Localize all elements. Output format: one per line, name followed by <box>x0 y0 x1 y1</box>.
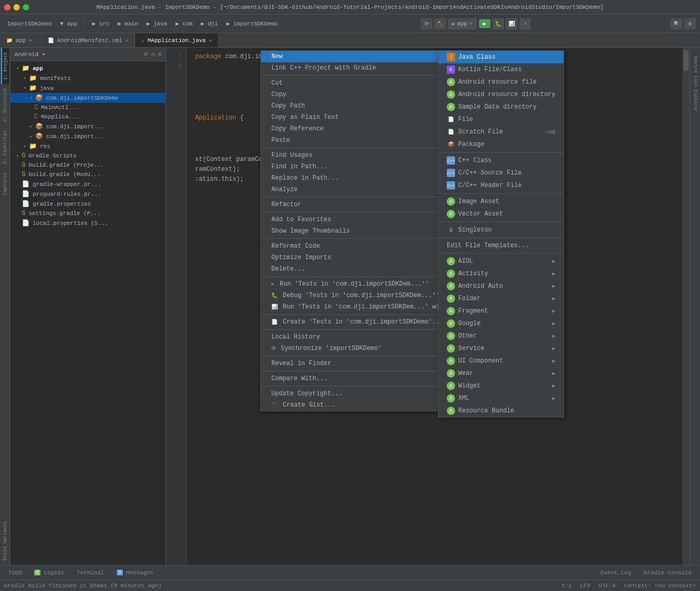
bottom-tab-todo[interactable]: TODO <box>4 569 26 577</box>
submenu-scratch[interactable]: 📄 Scratch File ⇧⌘N <box>438 126 564 138</box>
toolbar-app[interactable]: ▼ app <box>57 20 80 28</box>
submenu-cpp-header[interactable]: C++ C/C++ Header File <box>438 179 564 192</box>
tree-label-proguard: proguard-rules.pr... <box>33 191 101 197</box>
submenu-singleton[interactable]: S Singleton <box>438 224 564 236</box>
submenu-sample-data[interactable]: A Sample Data directory <box>438 101 564 113</box>
tree-item-package-main[interactable]: ▾ 📦 com.dji.importSDKDemo <box>10 93 166 103</box>
submenu-activity[interactable]: A Activity ▶ <box>438 267 564 280</box>
submenu-resource-bundle[interactable]: A Resource Bundle <box>438 405 564 417</box>
tree-settings[interactable]: ⚙ <box>158 51 161 58</box>
tree-item-local[interactable]: 📄 local.properties (S... <box>10 218 166 228</box>
submenu-label-singleton: Singleton <box>458 226 492 234</box>
bottom-tab-messages[interactable]: 0 Messages <box>113 569 158 577</box>
bottom-tab-gradle-console[interactable]: Gradle Console <box>640 569 696 577</box>
tree-item-settings[interactable]: G settings.gradle (P... <box>10 209 166 218</box>
search-btn[interactable]: 🔍 <box>671 18 682 30</box>
submenu-ard-left: A Android resource directory <box>447 90 555 99</box>
submenu-ui-component[interactable]: A UI Component ▶ <box>438 355 564 367</box>
menu-item-new-left: New <box>271 53 283 60</box>
right-panel-device-explorer[interactable]: Device File Explorer <box>692 52 699 116</box>
toolbar-dji[interactable]: ▶ dji <box>198 19 221 28</box>
toolbar-project[interactable]: ImportSDKDemo <box>4 20 55 28</box>
tree-item-manifests[interactable]: ▸ 📁 manifests <box>10 73 166 83</box>
coverage-btn[interactable]: 📊 <box>506 18 517 30</box>
submenu-wear[interactable]: A Wear ▶ <box>438 367 564 380</box>
submenu-xml[interactable]: A XML ▶ <box>438 392 564 405</box>
submenu-label-edit-templates: Edit File Templates... <box>447 242 529 249</box>
menu-item-paste-left: Paste <box>271 137 290 144</box>
tab-app-close[interactable]: ✕ <box>29 37 32 44</box>
tree-sync[interactable]: ⟳ <box>144 51 148 58</box>
submenu-vector-asset[interactable]: A Vector Asset <box>438 208 564 220</box>
tree-item-res[interactable]: ▸ 📁 res <box>10 141 166 151</box>
bottom-tab-logcat[interactable]: 6 Logcat <box>30 569 68 577</box>
run-button[interactable]: ▶ <box>479 19 491 28</box>
panel-favorites[interactable]: Z: Favorites <box>2 126 9 168</box>
tree-item-build1[interactable]: G build.gradle (Proje... <box>10 160 166 170</box>
submenu-image-asset[interactable]: A Image Asset <box>438 195 564 208</box>
submenu-service[interactable]: A Service ▶ <box>438 342 564 355</box>
submenu-aidl[interactable]: A AIDL ▶ <box>438 255 564 267</box>
profile-btn[interactable]: ⚡ <box>519 18 531 30</box>
status-position[interactable]: 5:1 <box>561 583 572 589</box>
tree-item-proguard[interactable]: 📄 proguard-rules.pr... <box>10 189 166 199</box>
close-button[interactable] <box>4 4 10 10</box>
panel-build-variants[interactable]: Build Variants <box>2 517 9 565</box>
bottom-tab-terminal[interactable]: Terminal <box>73 569 108 577</box>
submenu-package[interactable]: 📦 Package <box>438 138 564 151</box>
tree-item-package2[interactable]: ▸ 📦 com.dji.import... <box>10 122 166 131</box>
tree-collapse[interactable]: ⊟ <box>152 51 155 58</box>
status-encoding[interactable]: UTF-8 <box>598 583 615 589</box>
status-lf[interactable]: LF5 <box>580 583 591 589</box>
submenu-fragment[interactable]: A Fragment ▶ <box>438 305 564 317</box>
submenu-cpp-class[interactable]: C++ C++ Class <box>438 154 564 167</box>
scrollbar[interactable] <box>682 48 690 565</box>
submenu-widget[interactable]: A Widget ▶ <box>438 380 564 392</box>
panel-project[interactable]: 1: Project <box>1 48 9 84</box>
run-config-label[interactable]: app <box>457 21 468 27</box>
toolbar-com[interactable]: ▶ com <box>172 19 196 28</box>
submenu-cpp-source[interactable]: C++ C/C++ Source File <box>438 167 564 179</box>
tab-mapplication[interactable]: ☕ MApplication.java ✕ <box>135 33 218 47</box>
tab-manifest[interactable]: 📄 AndroidManifest.xml ✕ <box>42 33 135 47</box>
toolbar-main[interactable]: ▶ main <box>115 19 142 28</box>
panel-structure[interactable]: 2: Structure <box>2 84 9 126</box>
debug-btn[interactable]: 🐛 <box>492 18 504 30</box>
submenu-other[interactable]: A Other ▶ <box>438 330 564 342</box>
traffic-lights[interactable] <box>4 4 29 10</box>
submenu-android-auto[interactable]: A Android Auto ▶ <box>438 280 564 292</box>
sync-btn[interactable]: ⟳ <box>421 18 432 30</box>
submenu-android-res-dir[interactable]: A Android resource directory <box>438 88 564 101</box>
submenu-java-class[interactable]: J Java Class <box>438 51 564 63</box>
tree-item-mapplication[interactable]: C MApplica... <box>10 112 166 122</box>
minimize-button[interactable] <box>13 4 20 10</box>
tree-item-package3[interactable]: ▸ 📦 com.dji.import... <box>10 131 166 141</box>
submenu-edit-templates[interactable]: Edit File Templates... <box>438 240 564 251</box>
toolbar-src[interactable]: ▶ src <box>89 19 113 28</box>
toolbar-java[interactable]: ▶ java <box>144 19 171 28</box>
settings-btn[interactable]: ⚙ <box>684 18 696 30</box>
menu-label-copyright: Update Copyright... <box>271 390 342 397</box>
tab-mapplication-close[interactable]: ✕ <box>209 37 212 44</box>
build-btn[interactable]: 🔨 <box>434 18 446 30</box>
submenu-kotlin[interactable]: K Kotlin File/Class <box>438 63 564 76</box>
tree-item-app[interactable]: ▾ 📁 app <box>10 63 166 73</box>
tree-icon-gradle: G <box>22 152 25 159</box>
bottom-tab-event-log[interactable]: Event Log <box>596 569 635 577</box>
tree-item-mainactivity[interactable]: C MainActi... <box>10 103 166 112</box>
submenu-google[interactable]: A Google ▶ <box>438 317 564 330</box>
tree-item-gradle-scripts[interactable]: ▾ G Gradle Scripts <box>10 151 166 160</box>
maximize-button[interactable] <box>23 4 29 10</box>
tree-item-java[interactable]: ▾ 📁 java <box>10 83 166 93</box>
toolbar-importsdkdemo[interactable]: ▶ importSDKDemo <box>223 19 281 28</box>
ui-component-icon: A <box>447 357 455 365</box>
tab-manifest-close[interactable]: ✕ <box>125 37 128 44</box>
submenu-folder[interactable]: A Folder ▶ <box>438 292 564 305</box>
tree-item-gradle-props[interactable]: 📄 gradle.properties <box>10 199 166 209</box>
tree-item-build2[interactable]: G build.gradle (Modu... <box>10 170 166 179</box>
submenu-android-res-file[interactable]: A Android resource file <box>438 76 564 88</box>
submenu-file[interactable]: 📄 File <box>438 113 564 126</box>
tree-item-gradle-wrapper[interactable]: 📄 gradle-wrapper.pr... <box>10 179 166 189</box>
tab-app[interactable]: 📁 app ✕ <box>0 33 42 47</box>
panel-captures[interactable]: Captures <box>2 168 9 199</box>
